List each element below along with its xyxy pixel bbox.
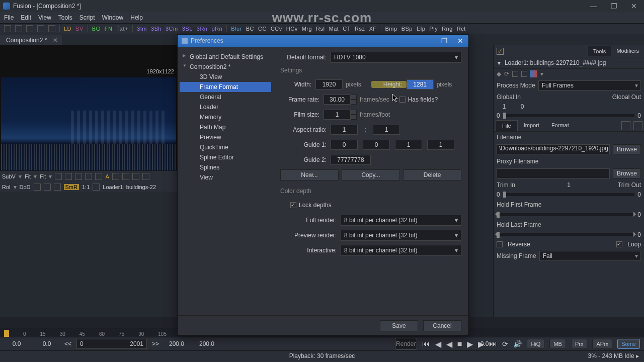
previewrender-dropdown[interactable]: 8 bit int per channel (32 bit)	[341, 230, 461, 241]
browse-button[interactable]: Browse	[613, 168, 641, 178]
subtab-import[interactable]: Import	[518, 120, 545, 131]
fullrender-dropdown[interactable]: 8 bit int per channel (32 bit)	[341, 215, 461, 226]
menu-window[interactable]: Window	[102, 14, 124, 21]
lockdepths-checkbox[interactable]	[290, 202, 296, 208]
filmsize-input[interactable]	[324, 110, 351, 120]
close-button[interactable]: ✕	[624, 0, 644, 12]
layout-icon-5[interactable]	[48, 25, 55, 32]
tree-item-view[interactable]: View	[180, 172, 271, 183]
step-back-icon[interactable]: ◀	[435, 339, 441, 349]
aspect-b-input[interactable]	[373, 125, 400, 135]
cancel-button[interactable]: Cancel	[423, 320, 461, 331]
layout-icon-2[interactable]	[15, 25, 22, 32]
delete-button[interactable]: Delete	[403, 169, 461, 180]
ratio-label[interactable]: 1:1	[82, 184, 90, 190]
tool-rsl[interactable]: Rsl	[316, 26, 325, 32]
process-mode-dropdown[interactable]: Full Frames	[538, 80, 641, 90]
tab-tools[interactable]: Tools	[588, 46, 612, 56]
frame-range[interactable]: 02001	[76, 339, 147, 349]
holdlast-slider[interactable]	[497, 233, 634, 236]
play-reverse-icon[interactable]: ◀	[446, 339, 452, 349]
tool-cc[interactable]: CC	[258, 26, 267, 32]
tool-3im[interactable]: 3Im	[137, 26, 147, 32]
viewer-tool-icon[interactable]	[132, 173, 139, 180]
flow-area[interactable]	[0, 192, 177, 317]
tree-root-comp[interactable]: Composition2 *	[180, 62, 271, 72]
viewer-tool-icon[interactable]	[75, 173, 82, 180]
tool-3cm[interactable]: 3Cm	[166, 26, 178, 32]
default-format-dropdown[interactable]: HDTV 1080	[331, 52, 461, 63]
holdfirst-slider[interactable]	[497, 213, 634, 216]
tool-3sh[interactable]: 3Sh	[151, 26, 162, 32]
rol-label[interactable]: Rol	[2, 184, 11, 190]
menu-script[interactable]: Script	[79, 14, 95, 21]
tree-item-loader[interactable]: Loader	[180, 102, 271, 112]
browse-button[interactable]: Browse	[613, 144, 641, 154]
tree-item-3dview[interactable]: 3D View	[180, 72, 271, 82]
tool-fn[interactable]: FN	[105, 26, 113, 32]
menu-view[interactable]: View	[38, 14, 51, 21]
interactive-dropdown[interactable]: 8 bit int per channel (32 bit)	[341, 245, 461, 256]
right-frame[interactable]: 0.0	[472, 340, 497, 347]
tab-modifiers[interactable]: Modifiers	[611, 46, 644, 56]
subv-label[interactable]: SubV	[2, 173, 16, 179]
maximize-button[interactable]: ❐	[436, 35, 452, 47]
menu-tools[interactable]: Tools	[58, 14, 72, 21]
minimize-button[interactable]: —	[584, 0, 604, 12]
loop-icon[interactable]: ⟳	[502, 340, 508, 348]
trim-slider[interactable]	[503, 193, 635, 196]
global-slider[interactable]	[503, 114, 635, 117]
tool-rct[interactable]: Rct	[457, 26, 466, 32]
tree-item-splineeditor[interactable]: Spline Editor	[180, 152, 271, 162]
guide1-c[interactable]	[395, 140, 422, 150]
tool-ld[interactable]: LD	[64, 26, 71, 32]
reverse-checkbox[interactable]	[497, 241, 503, 247]
nav-prev[interactable]: <<	[64, 340, 71, 347]
trim-out-input[interactable]: 0	[637, 191, 641, 198]
menu-file[interactable]: File	[4, 14, 14, 21]
tool-bc[interactable]: BC	[246, 26, 254, 32]
current-frame[interactable]: 0.0	[34, 340, 59, 347]
guide1-b[interactable]	[363, 140, 390, 150]
filmsize-spinner[interactable]	[351, 110, 357, 120]
subtab-file[interactable]: File	[496, 120, 518, 131]
framerate-input[interactable]	[324, 95, 351, 105]
tool-bg[interactable]: BG	[92, 26, 101, 32]
viewer-tool-icon[interactable]	[112, 173, 119, 180]
script-icon[interactable]	[633, 121, 642, 130]
tree-item-pathmap[interactable]: Path Map	[180, 122, 271, 132]
tree-item-quicktime[interactable]: QuickTime	[180, 142, 271, 152]
composition-tab[interactable]: Composition2 * ✕	[0, 35, 62, 45]
range-end-b[interactable]: 200.0	[194, 340, 219, 347]
viewer-tool-icon[interactable]	[93, 184, 100, 191]
mb-toggle[interactable]: MB	[549, 339, 566, 349]
color-swatch[interactable]	[530, 70, 537, 77]
render-button[interactable]: Render	[395, 338, 417, 350]
tool-elp[interactable]: Elp	[417, 26, 425, 32]
menu-edit[interactable]: Edit	[21, 14, 31, 21]
tool-ply[interactable]: Ply	[429, 26, 438, 32]
keyframe-icon[interactable]: ◆	[497, 70, 501, 77]
viewer-tool-icon[interactable]	[65, 173, 72, 180]
tool-mat[interactable]: Mat	[329, 26, 339, 32]
viewer-tool-icon[interactable]	[142, 173, 149, 180]
tree-root-global[interactable]: Global and Default Settings	[180, 52, 271, 62]
fit-label[interactable]: Fit	[25, 173, 31, 179]
checkbox-icon[interactable]: ✓	[497, 48, 504, 55]
height-input[interactable]	[407, 79, 434, 89]
close-icon[interactable]: ✕	[53, 37, 58, 44]
filename-input[interactable]: \Downloads\buildings-2297210_1920.jpg	[497, 144, 610, 154]
smr-label[interactable]: SmR	[64, 184, 79, 190]
maximize-button[interactable]: ❐	[604, 0, 624, 12]
viewer-tool-icon[interactable]	[122, 173, 129, 180]
copy-button[interactable]: Copy...	[342, 169, 400, 180]
menu-help[interactable]: Help	[130, 14, 143, 21]
tree-item-preview[interactable]: Preview	[180, 132, 271, 142]
global-in-input[interactable]: 0	[497, 112, 500, 119]
dialog-titlebar[interactable]: Preferences ❐ ✕	[178, 35, 468, 47]
global-out-input[interactable]: 0	[637, 112, 641, 119]
tool-mrg[interactable]: Mrg	[302, 26, 312, 32]
skip-start-icon[interactable]: ⏮	[422, 339, 430, 348]
tool-bmp[interactable]: Bmp	[385, 26, 397, 32]
tool-sv[interactable]: SV	[75, 26, 84, 32]
